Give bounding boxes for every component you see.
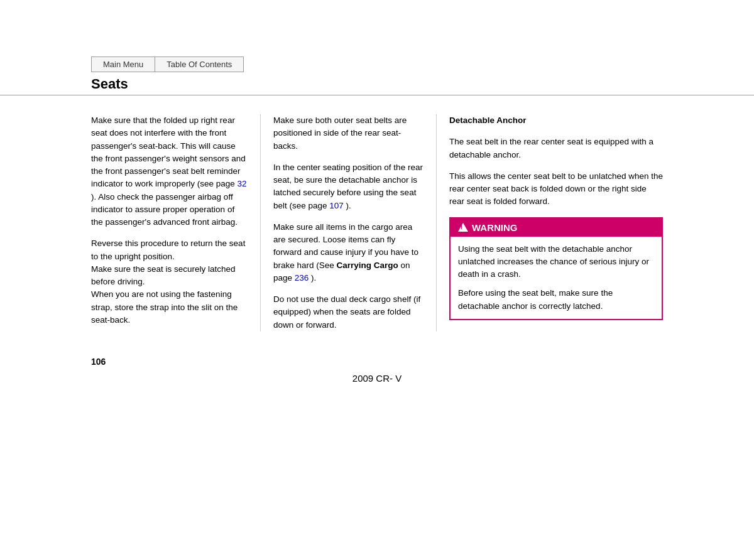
footer-model: 2009 CR- V (91, 373, 663, 384)
content-area: Make sure that the folded up right rear … (0, 95, 754, 344)
warning-body: Using the seat belt with the detachable … (451, 237, 662, 319)
col-right-para-1: The seat belt in the rear center seat is… (449, 136, 663, 161)
page-number: 106 (91, 357, 106, 367)
col-middle-para-1: Make sure both outer seat belts are posi… (273, 114, 423, 153)
col-middle-para-2: In the center seating position of the re… (273, 161, 423, 212)
page-link-107[interactable]: 107 (329, 201, 344, 210)
page-title: Seats (91, 76, 663, 92)
detachable-anchor-title: Detachable Anchor (449, 114, 663, 127)
col-middle-para-4: Do not use the dual deck cargo shelf (if… (273, 293, 423, 331)
col-middle-para-3: Make sure all items in the cargo area ar… (273, 221, 423, 284)
col-middle: Make sure both outer seat belts are posi… (261, 114, 437, 331)
warning-header: WARNING (451, 218, 662, 237)
nav-bar: Main Menu Table Of Contents (0, 0, 754, 72)
col-right: Detachable Anchor The seat belt in the r… (437, 114, 663, 331)
warning-triangle-icon (458, 223, 468, 232)
col-left-para-2: Reverse this procedure to return the sea… (91, 237, 248, 326)
col-left-para-1: Make sure that the folded up right rear … (91, 114, 248, 229)
warning-body-para-2: Before using the seat belt, make sure th… (458, 287, 654, 313)
carrying-cargo-bold: Carrying Cargo (337, 261, 398, 270)
page-title-section: Seats (0, 72, 754, 95)
warning-body-para-1: Using the seat belt with the detachable … (458, 243, 654, 281)
footer-model-text: 2009 CR- V (352, 373, 402, 384)
main-menu-button[interactable]: Main Menu (91, 57, 155, 72)
col-right-para-2: This allows the center seat belt to be u… (449, 170, 663, 208)
page-footer: 106 2009 CR- V (0, 344, 754, 384)
warning-label: WARNING (472, 222, 518, 233)
page-link-32[interactable]: 32 (238, 179, 247, 188)
page-link-236[interactable]: 236 (295, 273, 309, 283)
page-container: Main Menu Table Of Contents Seats Make s… (0, 0, 754, 560)
table-of-contents-button[interactable]: Table Of Contents (155, 57, 244, 72)
warning-box: WARNING Using the seat belt with the det… (449, 217, 663, 320)
col-left: Make sure that the folded up right rear … (91, 114, 261, 331)
